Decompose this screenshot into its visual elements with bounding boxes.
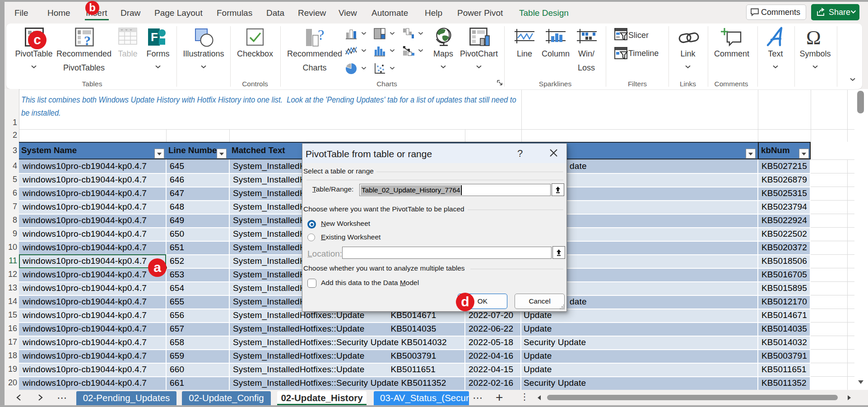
svg-text:?: ? <box>318 28 324 43</box>
svg-text:?: ? <box>84 33 91 47</box>
svg-text:F: F <box>151 30 158 44</box>
